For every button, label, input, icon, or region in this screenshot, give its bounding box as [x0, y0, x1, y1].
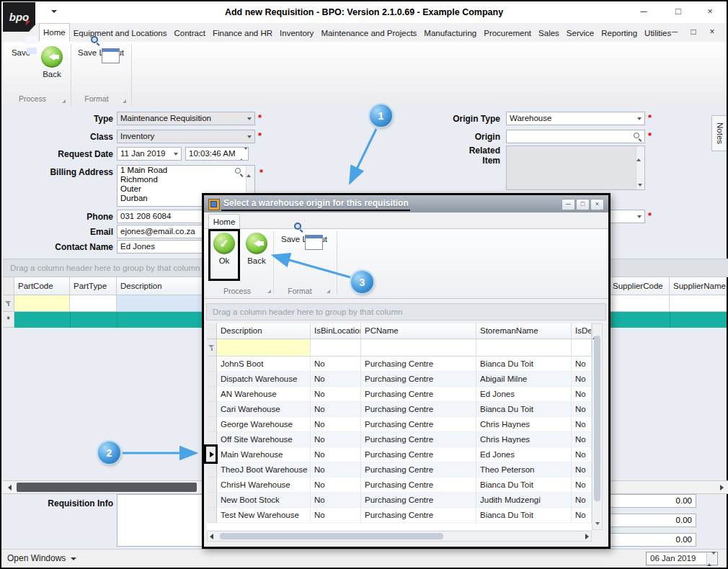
grid-cell[interactable]: New Boot Stock — [217, 493, 311, 508]
ribbon-minimize-button[interactable]: ─ — [667, 27, 682, 37]
dialog-vscrollbar[interactable] — [592, 323, 603, 530]
grid-cell[interactable]: Main Warehouse — [217, 447, 311, 462]
ribbon-tab-contract[interactable]: Contract — [170, 24, 208, 42]
grid-cell[interactable]: Purchasing Centre — [361, 478, 476, 493]
scroll-left-icon[interactable] — [210, 534, 213, 539]
row-indicator[interactable] — [207, 417, 217, 432]
grid-cell[interactable]: Chris Haynes — [476, 432, 572, 447]
ribbon-tab-sales[interactable]: Sales — [535, 24, 563, 42]
row-indicator[interactable] — [207, 478, 217, 493]
dialog-filter-description[interactable] — [217, 339, 311, 357]
notes-side-tab[interactable]: Notes — [711, 115, 727, 151]
grid-cell[interactable]: No — [572, 462, 592, 478]
grid-cell[interactable]: No — [572, 432, 592, 447]
grid-cell[interactable]: Ed Jones — [476, 447, 572, 462]
close-button[interactable]: × — [699, 6, 721, 17]
dialog-maximize-button[interactable]: □ — [576, 199, 590, 210]
row-indicator[interactable] — [207, 493, 217, 508]
grid-cell[interactable]: No — [311, 493, 361, 508]
grid-cell[interactable]: Theo Peterson — [476, 462, 572, 478]
date-spin-buttons[interactable] — [706, 553, 716, 564]
time-spin-buttons[interactable] — [239, 148, 247, 161]
warehouse-row[interactable]: AN WarehouseNoPurchasing CentreEd JonesN… — [207, 387, 592, 402]
filter-cell-suppliername[interactable] — [670, 295, 727, 312]
dialog-filter-isdefault[interactable] — [572, 339, 592, 357]
warehouse-row[interactable]: Off Site WarehouseNoPurchasing CentreChr… — [207, 432, 592, 447]
dialog-format-launcher-icon[interactable] — [327, 290, 330, 293]
grid-cell[interactable]: Bianca Du Toit — [476, 508, 572, 523]
grid-cell[interactable]: No — [311, 462, 361, 478]
ribbon-tab-procurement[interactable]: Procurement — [480, 24, 535, 42]
warehouse-row[interactable]: Dispatch WarehouseNoPurchasing CentreAbi… — [207, 372, 592, 387]
grid-cell[interactable]: No — [311, 447, 361, 462]
grid-cell[interactable]: Purchasing Centre — [361, 387, 476, 402]
row-indicator[interactable] — [207, 402, 217, 417]
grid-cell[interactable]: TheoJ Boot Warehouse — [217, 462, 311, 478]
request-date-picker[interactable]: 11 Jan 2019 — [117, 147, 182, 161]
dialog-save-layout-button[interactable]: Save Layout — [279, 233, 329, 243]
grid-cell[interactable]: Purchasing Centre — [361, 508, 476, 523]
grid-cell[interactable]: Purchasing Centre — [361, 402, 476, 417]
ribbon-tab-reporting[interactable]: Reporting — [598, 24, 641, 42]
ribbon-tab-finance-and-hr[interactable]: Finance and HR — [209, 24, 276, 42]
back-button[interactable]: Back — [38, 46, 66, 79]
dialog-close-button[interactable]: × — [590, 199, 604, 210]
grid-cell[interactable]: No — [572, 493, 592, 508]
grid-cell[interactable]: No — [572, 447, 592, 462]
grid-cell[interactable]: JohnS Boot — [217, 357, 311, 372]
warehouse-row[interactable]: ChrisH WarehouseNoPurchasing CentreBianc… — [207, 478, 592, 493]
grid-cell[interactable]: Bianca Du Toit — [476, 357, 572, 372]
warehouse-row[interactable]: JohnS BootNoPurchasing CentreBianca Du T… — [207, 357, 592, 372]
dialog-process-launcher-icon[interactable] — [267, 290, 271, 293]
grid-cell[interactable]: Dispatch Warehouse — [217, 372, 311, 387]
grid-cell[interactable]: Cari Warehouse — [217, 402, 311, 417]
grid-cell[interactable]: ChrisH Warehouse — [217, 478, 311, 493]
maximize-button[interactable]: □ — [667, 6, 689, 17]
row-indicator[interactable] — [207, 462, 217, 478]
warehouse-row[interactable]: TheoJ Boot WarehouseNoPurchasing CentreT… — [207, 462, 592, 478]
grid-cell[interactable]: No — [311, 402, 361, 417]
dialog-titlebar[interactable]: Select a warehouse origin for this requi… — [204, 195, 608, 212]
class-combo[interactable]: Inventory — [117, 130, 255, 143]
scroll-up-icon[interactable] — [636, 146, 641, 161]
grid-cell[interactable]: No — [572, 387, 592, 402]
grid-cell[interactable]: No — [311, 417, 361, 432]
grid-cell[interactable]: No — [311, 357, 361, 372]
scrollbar-thumb[interactable] — [17, 483, 197, 492]
grid-cell[interactable]: No — [311, 478, 361, 493]
dialog-column-storemanname[interactable]: StoremanName — [476, 323, 572, 339]
save-layout-button[interactable]: Save Layout — [76, 46, 126, 57]
scroll-up-icon[interactable] — [247, 166, 251, 177]
grid-cell[interactable]: Test New Warehouse — [217, 508, 311, 523]
status-date-picker[interactable]: 06 Jan 2019 — [646, 552, 718, 565]
grid-cell[interactable]: No — [311, 372, 361, 387]
scrollbar-thumb[interactable] — [594, 336, 600, 501]
scrollbar-thumb[interactable] — [220, 533, 443, 539]
grid-cell[interactable]: Purchasing Centre — [361, 493, 476, 508]
open-windows-button[interactable]: Open Windows — [7, 553, 66, 563]
warehouse-row[interactable]: New Boot StockNoPurchasing CentreJudith … — [207, 493, 592, 508]
scroll-right-icon[interactable] — [585, 534, 589, 539]
search-icon[interactable] — [634, 133, 642, 140]
grid-cell[interactable]: Abigail Milne — [476, 372, 572, 387]
warehouse-row[interactable]: George WarehouseNoPurchasing CentreChris… — [207, 417, 592, 432]
ribbon-tab-home[interactable]: Home — [39, 23, 70, 42]
origin-input[interactable] — [506, 130, 645, 143]
dialog-back-button[interactable]: Back — [243, 233, 270, 265]
request-time-spinner[interactable]: 10:03:46 AM — [185, 147, 249, 161]
grid-cell[interactable]: Purchasing Centre — [361, 357, 476, 372]
dialog-group-bar[interactable]: Drag a column header here to group by th… — [206, 303, 606, 321]
dialog-tab-home[interactable]: Home — [208, 214, 240, 228]
grid-cell[interactable]: No — [311, 387, 361, 402]
grid-cell[interactable]: Ed Jones — [476, 387, 572, 402]
grid-cell[interactable]: Chris Haynes — [476, 417, 572, 432]
column-header-suppliercode[interactable]: SupplierCode — [609, 277, 670, 295]
dialog-hscrollbar[interactable] — [207, 531, 592, 542]
grid-cell[interactable]: Purchasing Centre — [361, 462, 476, 478]
chevron-down-icon[interactable] — [637, 117, 642, 120]
grid-cell[interactable]: Purchasing Centre — [361, 432, 476, 447]
spin-down-icon[interactable] — [711, 552, 716, 563]
grid-cell[interactable]: No — [572, 402, 592, 417]
grid-cell[interactable]: Judith Mudzengi — [476, 493, 572, 508]
scroll-down-icon[interactable] — [595, 522, 600, 525]
